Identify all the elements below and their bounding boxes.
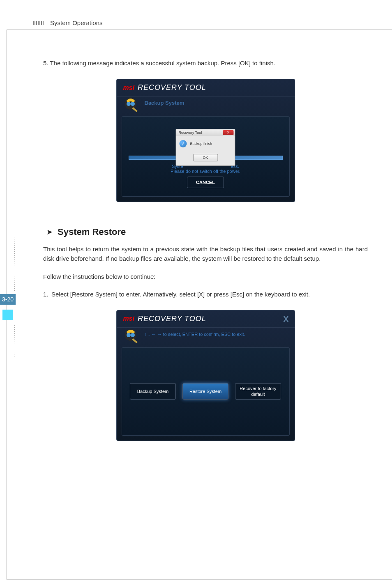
section-title: System Restore — [58, 227, 126, 237]
recover-factory-option[interactable]: Recover to factory default — [235, 383, 281, 400]
recovery-menu-body: Backup System Restore System Recover to … — [122, 347, 290, 436]
recovery-tool-header: msi RECOVERY TOOL — [117, 79, 295, 96]
side-dotted-line — [14, 324, 15, 357]
step-number: 1. — [43, 291, 51, 298]
section-paragraph: This tool helps to return the system to … — [43, 245, 368, 263]
svg-rect-3 — [132, 107, 137, 112]
mascot-icon — [122, 95, 140, 113]
svg-point-2 — [131, 102, 135, 106]
screenshot-backup-finish: msi RECOVERY TOOL Backup System Syste __… — [116, 79, 295, 202]
page-accent-box — [2, 310, 13, 320]
svg-point-5 — [127, 333, 131, 337]
screenshot-restore-menu: msi RECOVERY TOOL X ↑ ↓ ← → to select, E… — [116, 310, 295, 441]
system-restore-heading: ➤ System Restore — [46, 227, 368, 237]
dialog-message: Backup finish — [190, 142, 212, 146]
msi-logo: msi — [123, 84, 135, 92]
cancel-button[interactable]: CANCEL — [187, 177, 224, 188]
step-1: 1. Select [Restore System] to enter. Alt… — [43, 291, 368, 298]
ok-button[interactable]: OK — [193, 154, 218, 161]
page-number: 3-20 — [0, 294, 16, 305]
header-title: System Operations — [48, 19, 105, 26]
instructions-text: Follow the instructions below to continu… — [43, 272, 368, 282]
svg-point-6 — [131, 333, 135, 337]
close-button[interactable]: X — [283, 315, 288, 324]
svg-point-1 — [127, 102, 131, 106]
recovery-tool-body: Syste __________________ ess. Please do … — [122, 116, 290, 197]
recovery-tool-title: RECOVERY TOOL — [138, 83, 206, 92]
msi-logo: msi — [123, 315, 135, 322]
page-header: System Operations — [33, 19, 105, 26]
dialog-body: i Backup finish — [176, 136, 235, 152]
side-dotted-line — [14, 234, 15, 292]
backup-system-subtitle: Backup System — [145, 100, 184, 106]
step-text: Select [Restore System] to enter. Altern… — [51, 291, 368, 298]
step-5-text: 5. The following message indicates a suc… — [43, 60, 368, 67]
svg-rect-7 — [132, 338, 137, 343]
navigation-hint: ↑ ↓ ← → to select, ENTER to confirm, ESC… — [145, 332, 245, 337]
dialog-close-button[interactable]: X — [223, 130, 234, 135]
restore-system-option[interactable]: Restore System — [182, 383, 228, 400]
chevron-right-icon: ➤ — [46, 227, 53, 237]
backup-system-option[interactable]: Backup System — [130, 383, 176, 400]
backup-finish-dialog: Recovery Tool X i Backup finish OK — [176, 129, 235, 166]
dialog-title: Recovery Tool X — [176, 129, 235, 136]
recovery-tool-title: RECOVERY TOOL — [138, 315, 206, 323]
recovery-tool-header: msi RECOVERY TOOL — [117, 310, 295, 328]
mascot-icon — [122, 326, 140, 344]
info-icon: i — [180, 140, 187, 147]
header-decoration — [33, 21, 44, 25]
